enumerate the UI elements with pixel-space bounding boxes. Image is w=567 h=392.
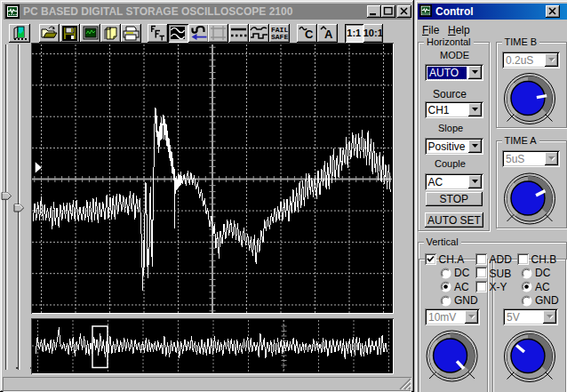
- svg-text:A: A: [324, 28, 333, 41]
- svg-text:SAFE: SAFE: [271, 33, 288, 41]
- svg-text:C: C: [305, 28, 314, 41]
